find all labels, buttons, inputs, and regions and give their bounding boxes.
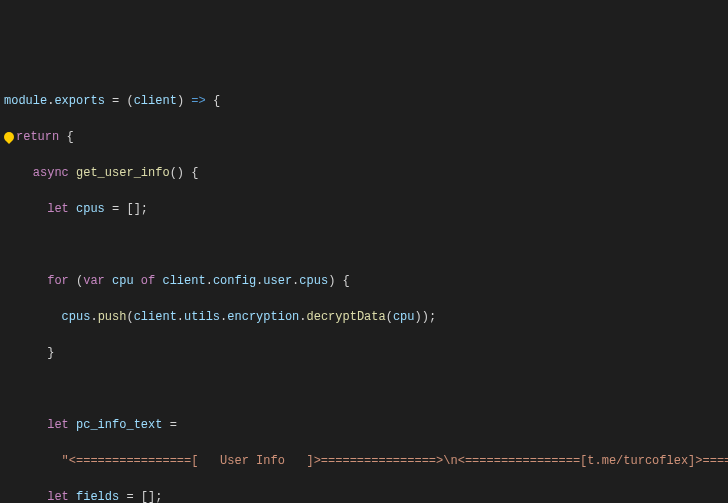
code-line[interactable]: cpus.push(client.utils.encryption.decryp… xyxy=(4,308,728,326)
code-line[interactable] xyxy=(4,380,728,398)
code-line[interactable]: "<================[ User Info ]>========… xyxy=(4,452,728,470)
code-line[interactable]: let fields = []; xyxy=(4,488,728,503)
code-line[interactable]: for (var cpu of client.config.user.cpus)… xyxy=(4,272,728,290)
code-line[interactable]: let cpus = []; xyxy=(4,200,728,218)
code-line[interactable]: module.exports = (client) => { xyxy=(4,92,728,110)
code-line[interactable]: return { xyxy=(4,128,728,146)
code-line[interactable]: async get_user_info() { xyxy=(4,164,728,182)
code-line[interactable]: let pc_info_text = xyxy=(4,416,728,434)
code-editor[interactable]: module.exports = (client) => { return { … xyxy=(0,72,728,503)
lightbulb-icon[interactable] xyxy=(2,130,16,144)
code-line[interactable]: } xyxy=(4,344,728,362)
code-line[interactable] xyxy=(4,236,728,254)
